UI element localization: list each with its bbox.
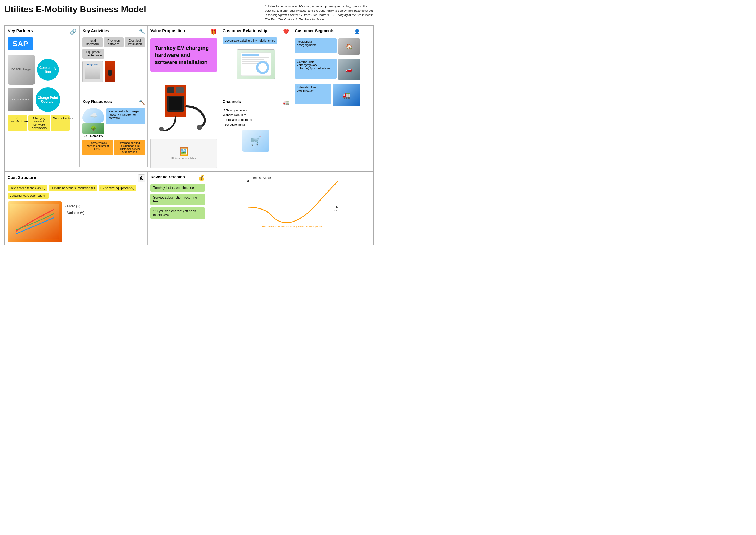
bosch-charger-image: BOSCH charger <box>8 55 35 85</box>
charger-svg <box>154 79 214 134</box>
residential-image: 🏠 <box>338 38 360 55</box>
consulting-firm-badge: Consulting firm <box>37 59 59 81</box>
svg-rect-2 <box>176 87 184 93</box>
cost-customer-care-tag: Customer care overhead (F) <box>8 193 49 199</box>
svg-rect-14 <box>10 204 59 239</box>
key-activities-cell: Key Activities 🔧 Install hardware Provis… <box>80 26 148 96</box>
key-activities-resources-col: Key Activities 🔧 Install hardware Provis… <box>80 26 148 167</box>
commercial-image: 🚗 <box>338 59 360 80</box>
leverage-tag: Leverage existing: - distribution grid -… <box>114 140 145 155</box>
truck-image: 🚛 <box>333 84 360 106</box>
charge-point-operator-badge: Charge Point Operator <box>36 87 60 112</box>
cloud-image: ☁️ <box>82 108 104 123</box>
vp-charger-illustration <box>151 79 217 134</box>
customer-relationships-channels-col: Customer Relationships ❤️ Levearage exis… <box>220 26 292 167</box>
cost-it-cloud-tag: IT cloud backend subscription (F) <box>49 185 97 191</box>
channels-crm-text: CRM organization Website signup to: - Pu… <box>223 108 289 127</box>
customer-segments-cell: Customer Segments 👤 Residential: charge@… <box>292 26 363 171</box>
svg-text:Time: Time <box>331 209 338 212</box>
evse-manufacturers-tag: EVSE manufacturers <box>8 115 27 131</box>
svg-marker-17 <box>247 179 249 182</box>
cs-title: Customer Segments <box>295 28 334 33</box>
header-quote-block: "Utilities have considered EV charging a… <box>265 4 374 22</box>
cs-icon: 👤 <box>354 29 360 35</box>
subcontractors-tag: Subcontractors <box>51 115 70 131</box>
revenue-graph-col: Enterprise Value Time The business will … <box>208 174 370 242</box>
red-charger-image <box>104 61 115 82</box>
leverage-utility-tag: Levearage existing utility relationships <box>223 37 277 44</box>
vp-icon: 🎁 <box>210 28 217 35</box>
ev-hardware-image: EV Charger HW <box>8 88 34 111</box>
chargepoint-doc-image: chargepoint <box>82 61 103 82</box>
allcharge-tag: "All you can charge" (off peak incentive… <box>151 207 205 219</box>
key-partners-icon: 🔗 <box>70 28 77 35</box>
channels-cell: Channels 🚛 CRM organization Website sign… <box>220 96 292 167</box>
revenue-icon: 💰 <box>198 174 205 181</box>
key-partners-title: Key Partners <box>8 28 33 33</box>
svg-rect-1 <box>167 87 174 93</box>
activity-electrical: Electrical installation <box>125 37 145 47</box>
revenue-tags-col: Revenue Streams 💰 Turnkey install: one t… <box>151 174 205 242</box>
cr-icon: ❤️ <box>283 29 289 35</box>
utility-bill-image <box>237 49 275 79</box>
revenue-graph-svg: Enterprise Value Time The business will … <box>208 174 370 229</box>
main-title: Utilites E-Mobility Business Model <box>4 4 146 14</box>
plant-image: 🌳 <box>82 123 104 134</box>
activity-provision: Provision software <box>104 37 124 47</box>
turnkey-fee-tag: Turnkey install: one time fee <box>151 184 205 192</box>
ev-network-software-tag: Electric vehicle charge network manageme… <box>106 108 145 125</box>
activity-install: Install hardware <box>82 37 102 47</box>
canvas-bottom: Cost Structure € Field service technicia… <box>4 172 374 245</box>
key-resources-cell: Key Resources 🔨 ☁️ 🌳 SAP E-Mobility Elec… <box>80 96 148 167</box>
svg-text:Enterprise Value: Enterprise Value <box>249 176 271 179</box>
key-activities-title: Key Activities <box>82 28 109 33</box>
page: Utilites E-Mobility Business Model "Util… <box>0 0 378 250</box>
cost-ev-equipment-tag: EV service equipment (V) <box>98 185 136 191</box>
sap-logo-container: SAP <box>8 37 77 52</box>
cost-icon: € <box>138 174 145 182</box>
svg-point-6 <box>159 127 164 131</box>
buy-button-image: 🛒 <box>242 130 269 152</box>
sap-logo: SAP <box>8 37 33 50</box>
vp-title: Value Proposition <box>151 28 185 33</box>
cost-field-service-tag: Field service technician (F) <box>8 185 47 191</box>
channels-title: Channels <box>223 99 241 104</box>
svg-rect-9 <box>242 57 269 58</box>
vp-main-tag: Turnkey EV charging hardware and softwar… <box>151 38 217 72</box>
svg-rect-8 <box>242 54 259 56</box>
revenue-title: Revenue Streams <box>151 174 185 179</box>
picture-unavailable-label: Picture not available <box>171 157 196 160</box>
residential-tag: Residential: charge@home <box>295 38 337 53</box>
image-placeholder-icon: 🖼️ <box>179 147 189 156</box>
hands-growth-image <box>8 201 62 242</box>
evse-resource-tag: Electric vehicle service equipment EVSE <box>82 140 113 155</box>
key-activities-icon: 🔧 <box>139 29 145 35</box>
service-subscription-tag: Service subscription: recurring fee <box>151 194 205 205</box>
industrial-tag: Industrial: Fleet electrification <box>295 84 331 104</box>
value-proposition-cell: Value Proposition 🎁 Turnkey EV charging … <box>148 26 220 171</box>
customer-relationships-cell: Customer Relationships ❤️ Levearage exis… <box>220 26 292 96</box>
cr-title: Customer Relationships <box>223 28 270 33</box>
sap-emobility-label: SAP E-Mobility <box>84 134 103 137</box>
svg-rect-10 <box>242 59 264 60</box>
cost-structure-title: Cost Structure <box>8 175 36 180</box>
key-resources-title: Key Resources <box>82 99 112 104</box>
cost-structure-cell: Cost Structure € Field service technicia… <box>5 172 148 245</box>
activity-equipment: Equipment maintenance <box>82 49 104 59</box>
svg-rect-4 <box>169 97 182 110</box>
header: Utilites E-Mobility Business Model "Util… <box>4 4 374 22</box>
svg-text:The business will be loss-maki: The business will be loss-making during … <box>262 225 322 228</box>
cost-notes: - Fixed (F) - Variable (V) <box>65 203 84 216</box>
charging-network-software-tag: Charging network software developers <box>28 115 50 131</box>
picture-unavailable-placeholder: 🖼️ Picture not available <box>151 138 217 168</box>
key-resources-icon: 🔨 <box>139 99 145 105</box>
channels-icon: 🚛 <box>283 99 289 105</box>
svg-marker-18 <box>336 206 339 208</box>
revenue-streams-cell: Revenue Streams 💰 Turnkey install: one t… <box>148 172 373 245</box>
svg-point-5 <box>197 125 202 130</box>
commercial-tag: Commercial: - charge@work - charge@point… <box>295 59 337 79</box>
canvas-top: Key Partners 🔗 SAP BOSCH charger Consult… <box>4 25 374 172</box>
key-partners-cell: Key Partners 🔗 SAP BOSCH charger Consult… <box>5 26 80 167</box>
